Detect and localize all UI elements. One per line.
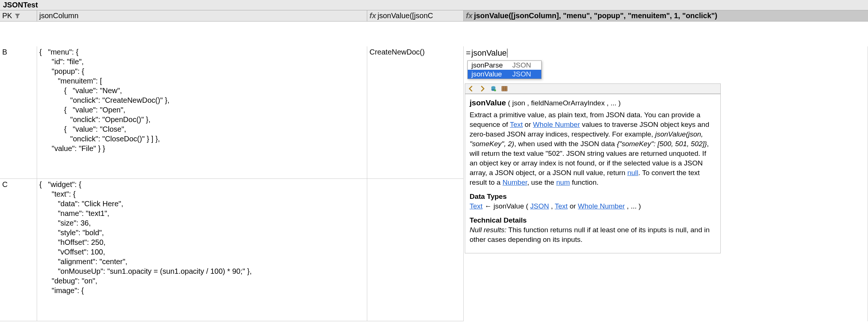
- formula-editor[interactable]: = jsonValue: [464, 46, 868, 60]
- column-header-fx2[interactable]: fx jsonValue([jsonColumn], "menu", "popu…: [464, 10, 868, 22]
- text-cursor: [507, 49, 507, 58]
- fx-icon: fx: [369, 12, 376, 20]
- column-header-pk-label: PK: [2, 12, 12, 20]
- filter-icon[interactable]: [14, 13, 20, 19]
- link-wholenumber-arg[interactable]: Whole Number: [578, 202, 625, 210]
- cell-fx1[interactable]: [367, 179, 464, 321]
- column-header-fx1[interactable]: fx jsonValue([jsonC: [367, 10, 464, 22]
- doc-example-data: {"someKey": [500, 501, 502]}: [617, 140, 707, 148]
- formula-prefix: =: [466, 48, 471, 58]
- data-grid: PK jsonColumn fx jsonValue([jsonC fx jso…: [0, 10, 868, 321]
- doc-fn-params: ( json , fieldNameOrArrayIndex , ... ): [508, 99, 621, 107]
- doc-toolbar: [465, 83, 721, 94]
- grid-icon[interactable]: [501, 85, 508, 92]
- link-json-type[interactable]: JSON: [530, 202, 549, 210]
- column-header-json[interactable]: jsonColumn: [37, 10, 367, 22]
- link-text-arg[interactable]: Text: [555, 202, 568, 210]
- link-wholenumber-type[interactable]: Whole Number: [533, 121, 580, 128]
- autocomplete-item-category: JSON: [512, 61, 531, 69]
- formula-text: jsonValue: [471, 48, 507, 58]
- doc-description: Extract a primitive value, as plain text…: [470, 110, 716, 187]
- autocomplete-item[interactable]: jsonParse JSON: [468, 61, 541, 70]
- link-text-ret[interactable]: Text: [470, 202, 483, 210]
- forward-icon[interactable]: [479, 85, 486, 92]
- autocomplete-item-selected[interactable]: jsonValue JSON: [468, 70, 541, 79]
- doc-tech-body: Null results: This function returns null…: [470, 225, 716, 244]
- formula-editor-cell[interactable]: = jsonValue jsonParse JSON jsonValue JSO…: [464, 46, 868, 321]
- link-text-type[interactable]: Text: [510, 121, 523, 128]
- link-num-fn[interactable]: num: [556, 178, 570, 186]
- autocomplete-popup[interactable]: jsonParse JSON jsonValue JSON: [467, 60, 542, 79]
- window-title: JSONTest: [0, 0, 868, 10]
- svg-point-3: [494, 89, 496, 91]
- cell-fx1[interactable]: CreateNewDoc(): [367, 46, 464, 179]
- column-header-fx2-label: jsonValue([jsonColumn], "menu", "popup",…: [474, 12, 717, 20]
- column-header-pk[interactable]: PK: [0, 10, 37, 22]
- doc-tech-heading: Technical Details: [470, 216, 716, 225]
- cell-pk[interactable]: C: [0, 179, 37, 321]
- doc-datatypes: Text ← jsonValue ( JSON , Text or Whole …: [470, 201, 716, 211]
- cell-json[interactable]: { "widget": { "text": { "data": "Click H…: [37, 179, 367, 321]
- svg-rect-4: [502, 86, 507, 91]
- doc-tech-em: Null results:: [470, 226, 506, 234]
- cell-pk[interactable]: B: [0, 46, 37, 179]
- cylinder-icon[interactable]: [490, 85, 497, 92]
- doc-signature: jsonValue ( json , fieldNameOrArrayIndex…: [470, 98, 716, 108]
- autocomplete-item-name: jsonValue: [471, 70, 512, 78]
- fx-icon: fx: [466, 12, 473, 20]
- doc-fn-name: jsonValue: [470, 98, 506, 107]
- doc-datatypes-heading: Data Types: [470, 192, 716, 201]
- cell-json[interactable]: { "menu": { "id": "file", "popup": { "me…: [37, 46, 367, 179]
- link-null[interactable]: null: [627, 169, 638, 177]
- autocomplete-item-name: jsonParse: [471, 61, 512, 69]
- column-header-json-label: jsonColumn: [39, 12, 79, 20]
- column-header-fx1-label: jsonValue([jsonC: [378, 12, 433, 20]
- back-icon[interactable]: [467, 85, 475, 92]
- link-number-type[interactable]: Number: [503, 178, 527, 186]
- doc-panel: jsonValue ( json , fieldNameOrArrayIndex…: [465, 94, 721, 253]
- autocomplete-item-category: JSON: [512, 70, 531, 78]
